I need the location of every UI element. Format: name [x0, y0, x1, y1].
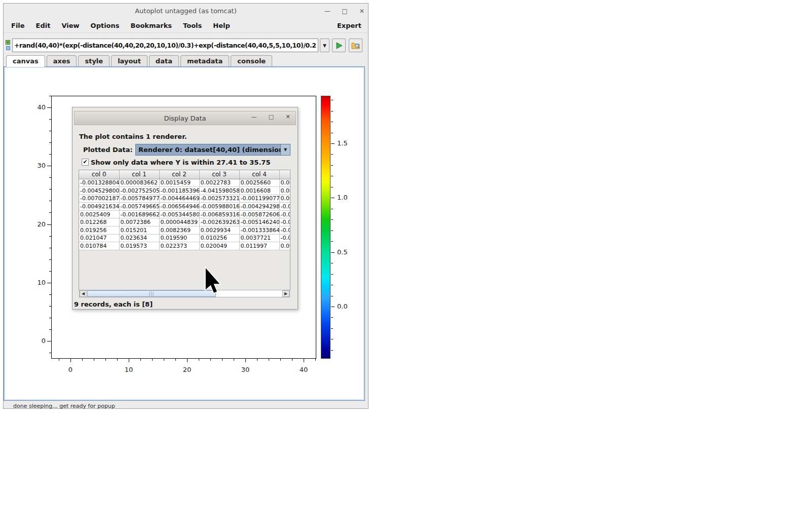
table-row[interactable]: 0.0025409-0.001689662...-0.005344580...-…: [79, 210, 290, 218]
table-cell[interactable]: -0.006859316...: [199, 210, 239, 218]
tab-metadata[interactable]: metadata: [180, 55, 229, 66]
table-cell[interactable]: 0.0025409: [79, 210, 119, 218]
scroll-left-arrow-icon[interactable]: ◀: [80, 290, 87, 297]
table-cell[interactable]: 0.019573: [119, 242, 159, 250]
dialog-close-icon[interactable]: ✕: [283, 113, 292, 122]
table-cell[interactable]: 0.00: [279, 179, 290, 187]
table-cell[interactable]: -0.0: [279, 234, 290, 242]
table-header-cell[interactable]: col 3: [199, 170, 239, 179]
table-cell[interactable]: -0.001333864...: [239, 226, 279, 235]
table-cell[interactable]: 0.019590: [159, 234, 199, 242]
table-row[interactable]: 0.0192560.0152010.00823690.0029934-0.001…: [79, 226, 290, 235]
browse-button[interactable]: [349, 39, 362, 52]
table-cell[interactable]: 0.0022783: [199, 179, 239, 187]
table-cell[interactable]: 0.0025660: [239, 179, 279, 187]
scrollbar-thumb[interactable]: |||: [87, 290, 216, 297]
table-cell[interactable]: 0.0072386: [119, 218, 159, 226]
tab-canvas[interactable]: canvas: [6, 55, 45, 67]
table-header-cell[interactable]: [279, 170, 290, 179]
filter-checkbox-label[interactable]: Show only data where Y is within 27.41 t…: [91, 159, 270, 166]
table-cell[interactable]: -0.007002187...: [79, 195, 119, 203]
table-cell[interactable]: -0.004294298...: [239, 203, 279, 211]
table-cell[interactable]: 0.000044839: [159, 218, 199, 226]
uri-input[interactable]: [12, 39, 318, 52]
table-cell[interactable]: -0.005784977...: [119, 195, 159, 203]
tab-layout[interactable]: layout: [111, 55, 148, 66]
table-header-cell[interactable]: col 2: [159, 170, 199, 179]
tab-style[interactable]: style: [78, 55, 109, 66]
table-cell[interactable]: 0.020049: [199, 242, 239, 250]
menu-item-edit[interactable]: Edit: [30, 20, 56, 31]
table-cell[interactable]: -0.002752505...: [119, 187, 159, 195]
table-cell[interactable]: 0.000083662: [119, 179, 159, 187]
table-cell[interactable]: 0.0015459: [159, 179, 199, 187]
table-cell[interactable]: -0.0: [279, 210, 290, 218]
table-cell[interactable]: -0.002573321...: [199, 195, 239, 203]
tab-axes[interactable]: axes: [47, 55, 77, 66]
table-row[interactable]: 0.0210470.0236340.0195900.0102560.003772…: [79, 234, 290, 242]
table-cell[interactable]: 0.0016608: [239, 187, 279, 195]
dialog-maximize-icon[interactable]: □: [267, 113, 276, 122]
colorbar[interactable]: [321, 96, 330, 359]
table-row[interactable]: -0.007002187...-0.005784977...-0.0044644…: [79, 195, 290, 203]
table-header-cell[interactable]: col 4: [239, 170, 279, 179]
table-row[interactable]: -0.004921634...-0.005749665...-0.0065649…: [79, 203, 290, 211]
menu-item-options[interactable]: Options: [85, 20, 125, 31]
table-cell[interactable]: -0.005749665...: [119, 203, 159, 211]
table-cell[interactable]: -0.0: [279, 203, 290, 211]
table-cell[interactable]: -0.001199077...: [239, 195, 279, 203]
table-row[interactable]: -0.004529800...-0.002752505...-0.0011853…: [79, 187, 290, 195]
tab-console[interactable]: console: [231, 55, 272, 66]
table-cell[interactable]: -0.004464469...: [159, 195, 199, 203]
table-cell[interactable]: 0.015201: [119, 226, 159, 235]
table-cell[interactable]: -0.005344580...: [159, 210, 199, 218]
dialog-minimize-icon[interactable]: —: [249, 113, 259, 122]
plotted-data-combobox[interactable]: Renderer 0: dataset[40,40] (dimension...…: [135, 144, 290, 156]
table-cell[interactable]: -0.005146240...: [239, 218, 279, 226]
table-cell[interactable]: 0.00: [279, 242, 290, 250]
table-cell[interactable]: 0.0037721: [239, 234, 279, 242]
table-cell[interactable]: -0.001185396...: [159, 187, 199, 195]
menu-item-tools[interactable]: Tools: [177, 20, 207, 31]
table-cell[interactable]: -0.004529800...: [79, 187, 119, 195]
table-row[interactable]: -0.001328804...0.0000836620.00154590.002…: [79, 179, 290, 187]
table-cell[interactable]: -0.0: [279, 226, 290, 235]
table-cell[interactable]: 0.021047: [79, 234, 119, 242]
table-cell[interactable]: 0.010256: [199, 234, 239, 242]
maximize-icon[interactable]: □: [340, 7, 349, 16]
table-row[interactable]: 0.0122680.00723860.000044839-0.002639263…: [79, 218, 290, 226]
minimize-icon[interactable]: —: [323, 7, 332, 16]
table-cell[interactable]: -0.002639263...: [199, 218, 239, 226]
title-bar[interactable]: Autoplot untagged (as tomcat) — □ ✕: [4, 4, 368, 19]
tab-data[interactable]: data: [149, 55, 179, 66]
menu-item-bookmarks[interactable]: Bookmarks: [125, 20, 178, 31]
close-icon[interactable]: ✕: [357, 7, 366, 16]
menu-expert-toggle[interactable]: Expert: [337, 22, 368, 29]
filter-checkbox[interactable]: ✔: [82, 159, 89, 166]
table-cell[interactable]: 0.0029934: [199, 226, 239, 235]
table-cell[interactable]: 0.012268: [79, 218, 119, 226]
plot-canvas[interactable]: 0102030400102030400.00.51.01.5 Display D…: [4, 66, 365, 401]
table-cell[interactable]: -0.005872606...: [239, 210, 279, 218]
scrollbar-track[interactable]: |||: [87, 290, 282, 297]
horizontal-scrollbar[interactable]: ◀ ||| ▶: [79, 290, 290, 297]
menu-item-view[interactable]: View: [56, 20, 85, 31]
combo-chevron-down-icon[interactable]: ▼: [280, 144, 290, 155]
scroll-right-arrow-icon[interactable]: ▶: [282, 290, 289, 297]
table-cell[interactable]: 0.011997: [239, 242, 279, 250]
table-cell[interactable]: -0.001689662...: [119, 210, 159, 218]
table-cell[interactable]: 0.0082369: [159, 226, 199, 235]
table-cell[interactable]: 0.010784: [79, 242, 119, 250]
table-cell[interactable]: 0.023634: [119, 234, 159, 242]
uri-dropdown-button[interactable]: ▼: [320, 39, 329, 52]
table-cell[interactable]: -0.005988016...: [199, 203, 239, 211]
table-cell[interactable]: 0.019256: [79, 226, 119, 235]
table-header-cell[interactable]: col 1: [119, 170, 159, 179]
table-header-cell[interactable]: col 0: [79, 170, 119, 179]
dialog-title-bar[interactable]: Display Data: [74, 111, 296, 125]
table-cell[interactable]: -0.004921634...: [79, 203, 119, 211]
table-cell[interactable]: -0.006564946...: [159, 203, 199, 211]
table-cell[interactable]: -0.0: [279, 218, 290, 226]
play-button[interactable]: [332, 39, 346, 52]
table-cell[interactable]: 0.00: [279, 195, 290, 203]
